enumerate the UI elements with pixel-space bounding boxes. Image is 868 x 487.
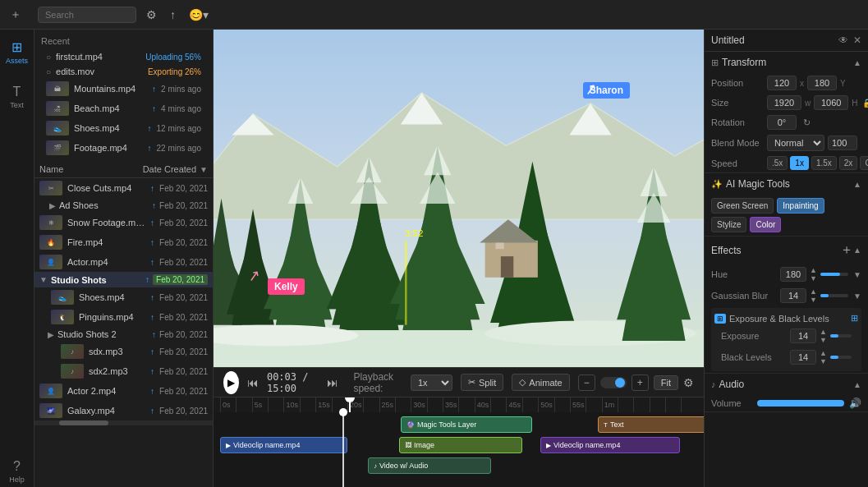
list-item[interactable]: ○ firstcut.mp4 Uploading 56%: [41, 49, 206, 64]
clip-text[interactable]: T Text: [598, 416, 704, 433]
timeline: 0s 5s 10s 15s 20s 25s 30s 35s 40: [214, 397, 704, 487]
list-item[interactable]: 👤 Actor.mp4 ↑ Feb 20, 2021: [34, 252, 213, 272]
rotation-input[interactable]: [767, 115, 797, 130]
horizontal-scrollbar[interactable]: [34, 420, 213, 425]
clip-audio[interactable]: ♪ Video w/ Audio: [368, 457, 491, 474]
audio-section-header[interactable]: ♪ Audio ▲: [705, 374, 868, 395]
lock-icon[interactable]: 🔒: [862, 99, 868, 108]
speed-05x-button[interactable]: .5x: [767, 156, 788, 170]
close-icon[interactable]: ✕: [853, 34, 861, 46]
size-h-input[interactable]: [814, 95, 848, 110]
list-item[interactable]: ○ edits.mov Exporting 26%: [41, 64, 206, 79]
inpainting-button[interactable]: Inpainting: [777, 198, 824, 214]
list-item[interactable]: 🏖 Beach.mp4 ↑ 4 mins ago: [41, 99, 206, 118]
list-item[interactable]: ❄ Snow Footage.mp4 ↑ Feb 20, 2021: [34, 213, 213, 232]
chevron-right-icon: ▶: [48, 330, 54, 339]
transform-section-header[interactable]: ⊞ Transform ▲: [705, 52, 868, 73]
chevron-right-icon: ▶: [49, 201, 56, 210]
black-levels-stepper[interactable]: ▲▼: [820, 349, 827, 365]
effects-add-button[interactable]: ＋: [840, 241, 853, 259]
blur-expand[interactable]: ▼: [853, 292, 861, 301]
collapse-icon[interactable]: ▲: [853, 58, 861, 67]
exposure-slider[interactable]: [830, 334, 852, 338]
volume-icon[interactable]: 🔊: [849, 397, 861, 409]
list-item[interactable]: 🎬 Footage.mp4 ↑ 22 mins ago: [41, 138, 206, 158]
list-item[interactable]: 🐧 Pinguins.mp4 ↑ Feb 20, 2021: [34, 307, 213, 327]
sort-icon[interactable]: ▼: [200, 165, 208, 174]
filter-icon[interactable]: ⚙: [143, 7, 160, 23]
zoom-in-button[interactable]: +: [631, 374, 649, 391]
play-button[interactable]: ▶: [223, 371, 239, 394]
list-item[interactable]: 🏔 Mountains.mp4 ↑ 2 mins ago: [41, 79, 206, 99]
folder-item-studio-shots[interactable]: ▼ Studio Shots ↑ Feb 20, 2021: [34, 272, 213, 287]
list-item[interactable]: ✂ Close Cuts.mp4 ↑ Feb 20, 2021: [34, 178, 213, 198]
clip-videoclip-1[interactable]: ▶ Videoclip name.mp4: [220, 437, 347, 453]
gaussian-blur-input[interactable]: [780, 288, 806, 303]
black-levels-input[interactable]: [790, 350, 816, 365]
list-item[interactable]: ♪ sdx2.mp3 ↑ Feb 20, 2021: [34, 361, 213, 381]
folder-item-studio-shots-2[interactable]: ▶ Studio Shots 2 ↑ Feb 20, 2021: [34, 327, 213, 342]
effects-collapse-icon[interactable]: ▲: [853, 246, 861, 255]
position-x-input[interactable]: [767, 76, 797, 90]
animate-button[interactable]: ◇ Animate: [512, 374, 569, 391]
ai-magic-section-header[interactable]: ✨ AI Magic Tools ▲: [705, 173, 868, 195]
transform-section: ⊞ Transform ▲ Position x Y Size w H 🔒 0: [705, 52, 868, 173]
list-item[interactable]: 👟 Shoes.mp4 ↑ Feb 20, 2021: [34, 287, 213, 307]
exposure-expand-icon[interactable]: ⊞: [851, 313, 858, 324]
folder-item-ad-shoes[interactable]: ▶ Ad Shoes ↑ Feb 20, 2021: [34, 198, 213, 213]
blend-pct-input[interactable]: [828, 136, 857, 150]
timeline-playhead-line[interactable]: [342, 412, 344, 487]
black-levels-slider[interactable]: [830, 356, 852, 359]
stylize-button[interactable]: Stylize: [711, 217, 746, 232]
speed-1x-button[interactable]: 1x: [790, 156, 809, 170]
list-item[interactable]: 👤 Actor 2.mp4 ↑ Feb 20, 2021: [34, 381, 213, 401]
playback-controls: ▶ ⏮ 00:03 / 15:00 ⏭ Playback speed: 1x 0…: [214, 367, 704, 397]
list-item[interactable]: ♪ sdx.mp3 ↑ Feb 20, 2021: [34, 342, 213, 361]
ai-collapse-icon[interactable]: ▲: [853, 180, 861, 189]
exposure-input[interactable]: [790, 328, 816, 343]
blur-slider[interactable]: [820, 294, 848, 297]
hue-input[interactable]: [780, 267, 806, 282]
skip-forward-button[interactable]: ⏭: [327, 376, 338, 389]
clip-image[interactable]: 🖼 Image: [399, 437, 522, 453]
speed-2x-button[interactable]: 2x: [839, 156, 858, 170]
list-item[interactable]: 🌌 Galaxy.mp4 ↑ Feb 20, 2021: [34, 401, 213, 420]
search-input[interactable]: [38, 7, 136, 23]
rotation-row: Rotation ↻: [705, 113, 868, 132]
sidebar-item-help[interactable]: ? Help: [6, 456, 28, 487]
emoji-icon[interactable]: 😊▾: [186, 7, 212, 23]
green-screen-button[interactable]: Green Screen: [711, 198, 774, 214]
eye-icon[interactable]: 👁: [838, 34, 848, 46]
ai-icon: ✨: [711, 179, 723, 190]
clip-videoclip-2[interactable]: ▶ Videoclip name.mp4: [540, 437, 680, 453]
hue-slider[interactable]: [820, 273, 848, 276]
blend-mode-select[interactable]: Normal: [767, 135, 824, 151]
exposure-stepper[interactable]: ▲▼: [820, 328, 827, 344]
list-item[interactable]: 🔥 Fire.mp4 ↑ Feb 20, 2021: [34, 232, 213, 252]
sidebar-item-assets[interactable]: ⊞ Assets: [2, 36, 31, 68]
volume-slider[interactable]: [757, 400, 844, 407]
playhead[interactable]: [349, 397, 351, 412]
add-button[interactable]: ＋: [7, 6, 25, 24]
split-button[interactable]: ✂ Split: [461, 374, 503, 391]
audio-collapse-icon[interactable]: ▲: [853, 380, 861, 389]
list-item[interactable]: 👟 Shoes.mp4 ↑ 12 mins ago: [41, 118, 206, 138]
zoom-toggle[interactable]: [600, 377, 627, 388]
position-y-input[interactable]: [807, 76, 837, 90]
skip-back-button[interactable]: ⏮: [247, 376, 259, 389]
blur-stepper[interactable]: ▲▼: [810, 287, 817, 304]
sidebar-item-text[interactable]: T Text: [7, 81, 27, 113]
hue-stepper[interactable]: ▲▼: [810, 266, 817, 283]
zoom-out-button[interactable]: −: [578, 374, 595, 391]
settings-icon[interactable]: ⚙: [683, 376, 694, 389]
size-w-input[interactable]: [767, 95, 801, 110]
speed-15x-button[interactable]: 1.5x: [811, 156, 837, 170]
color-button[interactable]: Color: [750, 217, 781, 232]
speed-custom-button[interactable]: Custom: [860, 156, 868, 170]
upload-icon[interactable]: ↑: [167, 7, 179, 23]
speed-select[interactable]: 1x 0.5x 1.5x 2x: [411, 374, 452, 391]
clip-magic-tools[interactable]: 🔮 Magic Tools Layer: [401, 416, 532, 433]
hue-expand[interactable]: ▼: [853, 270, 861, 279]
scrollbar-thumb[interactable]: [59, 420, 108, 425]
fit-button[interactable]: Fit: [654, 375, 678, 390]
